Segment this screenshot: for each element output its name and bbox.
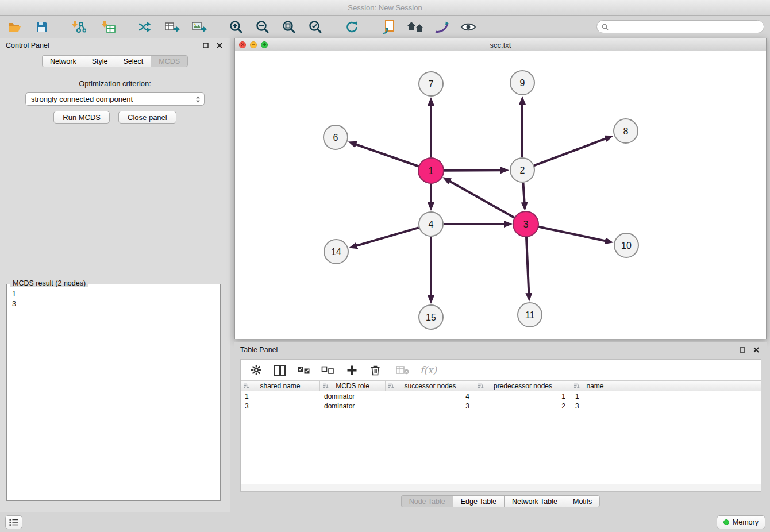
refresh-icon[interactable] [343,18,361,36]
import-table-icon[interactable] [99,18,118,36]
table-rows: 1dominator4113dominator323 [241,392,761,411]
zoom-in-icon[interactable] [227,18,245,36]
mcds-result-box: MCDS result (2 nodes) 1 3 [6,284,221,501]
table-tabs: Node Table Edge Table Network Table Moti… [234,495,767,507]
table-cell[interactable]: 3 [571,402,619,410]
table-cell[interactable]: 3 [241,402,320,410]
graph-edge-1-2[interactable] [444,170,501,171]
sort-icon [478,383,484,390]
graph-node-label-15: 15 [426,313,436,322]
table-cell[interactable]: dominator [320,392,386,400]
app-title: Session: New Session [348,3,422,12]
mcds-result-text[interactable]: 1 3 [7,284,220,309]
criterion-selected-value: strongly connected component [31,95,133,103]
column-visibility-icon[interactable] [274,364,286,376]
select-all-icon[interactable] [297,364,310,376]
column-header[interactable]: shared name [241,381,320,391]
sort-icon [573,383,580,390]
tab-select[interactable]: Select [116,55,151,67]
network-window-title: scc.txt [235,38,766,51]
float-panel-icon[interactable] [201,41,210,50]
minimize-window-icon[interactable] [250,41,257,48]
table-hscrollbar[interactable] [241,484,761,491]
settings-icon[interactable] [250,364,263,376]
unselect-all-icon[interactable] [321,364,334,376]
close-panel-button[interactable]: Close panel [118,111,176,124]
clone-network-icon[interactable] [380,18,398,36]
open-folder-icon[interactable] [6,18,24,36]
maximize-window-icon[interactable] [261,41,268,48]
sort-icon [322,383,329,390]
search-icon [602,24,609,30]
zoom-selected-icon[interactable] [306,18,325,36]
tab-network-table[interactable]: Network Table [504,495,565,507]
graph-node-label-11: 11 [525,310,535,320]
table-cell[interactable]: dominator [320,402,386,410]
delete-rows-icon[interactable] [369,364,382,376]
column-header[interactable]: MCDS role [320,381,386,391]
network-canvas[interactable]: 7968124314101511 [235,51,766,339]
tab-node-table[interactable]: Node Table [401,495,453,507]
home-icon[interactable] [406,18,425,36]
export-table-icon[interactable] [163,18,182,36]
import-network-icon[interactable] [70,18,88,36]
column-header[interactable]: name [571,381,619,391]
search-input[interactable] [611,23,759,31]
save-icon[interactable] [33,18,51,36]
column-header[interactable]: successor nodes [386,381,475,391]
float-table-panel-icon[interactable] [737,345,747,354]
search-field[interactable] [596,20,764,33]
window-controls [239,41,268,48]
graph-node-label-6: 6 [333,133,338,142]
criterion-dropdown[interactable]: strongly connected component [25,92,205,106]
close-window-icon[interactable] [239,41,246,48]
table-row[interactable]: 3dominator323 [241,402,761,411]
show-panels-button[interactable] [5,515,22,529]
graph-edge-2-8[interactable] [534,138,606,165]
run-mcds-button[interactable]: Run MCDS [53,111,110,124]
table-cell[interactable]: 1 [571,392,619,400]
node-table-container: f(x) shared nameMCDS rolesuccessor nodes… [240,359,761,492]
export-network-icon[interactable] [136,18,155,36]
table-cell[interactable]: 1 [475,392,571,400]
graph-edge-3-10[interactable] [538,227,606,241]
table-cell[interactable]: 1 [241,392,320,400]
add-row-icon[interactable] [345,364,358,376]
tab-mcds[interactable]: MCDS [151,55,188,67]
close-panel-icon[interactable] [214,41,224,50]
column-header-filler [619,381,761,391]
table-panel: Table Panel [234,342,767,511]
table-panel-title: Table Panel [240,346,278,354]
table-cell[interactable]: 2 [475,402,571,410]
memory-button[interactable]: Memory [717,515,765,529]
apply-style-icon[interactable] [433,18,451,36]
export-image-icon[interactable] [190,18,209,36]
column-header-label: MCDS role [336,382,369,390]
graph-edge-2-3[interactable] [523,183,524,203]
table-row[interactable]: 1dominator411 [241,392,761,401]
graph-edge-1-6[interactable] [356,144,419,167]
graph-edge-3-1[interactable] [449,181,515,218]
list-icon [9,518,18,526]
table-cell[interactable]: 3 [386,402,475,410]
table-cell[interactable]: 4 [386,392,475,400]
tab-style[interactable]: Style [84,55,116,67]
dropdown-stepper-icon [195,95,201,103]
tab-network[interactable]: Network [42,55,84,67]
show-hide-icon[interactable] [459,18,478,36]
tab-motifs[interactable]: Motifs [565,495,600,507]
table-panel-header: Table Panel [234,342,767,357]
close-table-panel-icon[interactable] [751,345,761,354]
graph-edge-4-14[interactable] [357,228,419,246]
network-window-titlebar[interactable]: scc.txt [235,38,766,51]
tab-edge-table[interactable]: Edge Table [453,495,504,507]
graph-edge-3-11[interactable] [526,237,529,294]
graph-node-label-10: 10 [621,241,632,250]
column-header-label: successor nodes [404,382,456,390]
graph-node-label-9: 9 [520,78,525,88]
memory-status-icon [723,519,729,525]
column-header[interactable]: predecessor nodes [475,381,571,391]
zoom-out-icon[interactable] [253,18,272,36]
mcds-buttons-row: Run MCDS Close panel [0,111,230,124]
zoom-fit-icon[interactable] [280,18,298,36]
